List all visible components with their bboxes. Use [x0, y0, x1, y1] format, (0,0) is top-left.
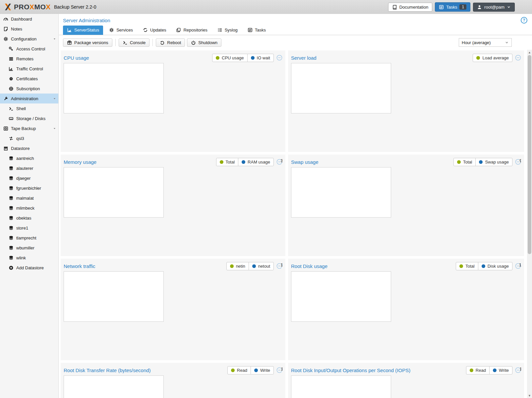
- tab-repositories[interactable]: Repositories: [172, 26, 211, 35]
- svg-text:12: 12: [520, 367, 521, 371]
- main-content: Server Administration ? ServerStatusServ…: [59, 14, 532, 398]
- collapse-arrow-icon[interactable]: [53, 37, 56, 40]
- sidebar-item-notes[interactable]: Notes: [0, 24, 58, 34]
- sidebar-item-aantreich[interactable]: aantreich: [0, 153, 58, 163]
- collapse-icon[interactable]: 05 G10 G15 G20 G25 G30 G35 G2022-05-1708…: [276, 159, 282, 165]
- tab-services[interactable]: Services: [105, 26, 137, 35]
- tab-tasks[interactable]: Tasks: [244, 26, 270, 35]
- sidebar-item-label: aantreich: [16, 156, 34, 161]
- charts-grid: CPU usage CPU usageIO wait 0246810121420…: [59, 49, 532, 398]
- sidebar-item-tlamprecht[interactable]: tlamprecht: [0, 233, 58, 243]
- app-header: PROXMOX Backup Server 2.2-0 Documentatio…: [0, 0, 532, 14]
- chart-panel: Root Disk Input/Output Operations per Se…: [288, 363, 524, 398]
- sidebar-item-tape-backup[interactable]: Tape Backup: [0, 123, 58, 133]
- package-versions-button[interactable]: Package versions: [63, 38, 112, 47]
- database-icon: [9, 176, 14, 181]
- sidebar-item-label: alauterer: [16, 166, 33, 171]
- scrollbar-thumb[interactable]: [528, 55, 531, 254]
- collapse-arrow-icon[interactable]: [53, 97, 56, 100]
- sidebar-item-storage-disks[interactable]: Storage / Disks: [0, 113, 58, 123]
- legend-item-write[interactable]: Write: [489, 366, 512, 374]
- scroll-up-icon[interactable]: ▲: [527, 50, 532, 55]
- legend-label: Read: [237, 368, 247, 373]
- sidebar-item-label: wlink: [16, 255, 26, 260]
- collapse-icon[interactable]: 01 G2 G3 G4 G5 G6 G7 G8 G9 G2022-05-1708…: [515, 159, 521, 165]
- sidebar-item-administration[interactable]: Administration: [0, 94, 58, 103]
- tab-syslog[interactable]: Syslog: [213, 26, 242, 35]
- sidebar-item-dashboard[interactable]: Dashboard: [0, 14, 58, 24]
- chart-legend: TotalSwap usage: [453, 158, 512, 166]
- sidebar-item-wbumiller[interactable]: wbumiller: [0, 243, 58, 253]
- sidebar-item-certificates[interactable]: Certificates: [0, 74, 58, 84]
- sidebar-item-obektas[interactable]: obektas: [0, 213, 58, 223]
- sidebar-item-access-control[interactable]: Access Control: [0, 44, 58, 54]
- sidebar-item-alauterer[interactable]: alauterer: [0, 163, 58, 173]
- shutdown-button[interactable]: Shutdown: [187, 38, 221, 47]
- user-icon: [477, 5, 482, 10]
- legend-item-swap-usage[interactable]: Swap usage: [475, 158, 512, 166]
- scroll-down-icon[interactable]: ▼: [527, 393, 532, 398]
- sidebar-item-malmalat[interactable]: malmalat: [0, 193, 58, 203]
- legend-item-read[interactable]: Read: [466, 366, 490, 374]
- user-menu-button[interactable]: root@pam: [473, 3, 515, 12]
- chart-area-icon: [67, 28, 72, 33]
- collapse-icon[interactable]: 00.10.20.30.40.50.60.70.80.912022-05-170…: [515, 55, 521, 61]
- chart-legend: CPU usageIO wait: [212, 54, 274, 62]
- legend-item-disk-usage[interactable]: Disk usage: [478, 262, 512, 270]
- legend-item-ram-usage[interactable]: RAM usage: [238, 158, 274, 166]
- legend-item-io-wait[interactable]: IO wait: [247, 54, 274, 62]
- legend-item-netin[interactable]: netin: [226, 262, 249, 270]
- collapse-icon[interactable]: 0200 k400 k600 k800 k1 M1.2 M2022-05-170…: [276, 263, 282, 269]
- sidebar-item-add-datastore[interactable]: Add Datastore: [0, 263, 58, 273]
- tasks-button[interactable]: Tasks 1: [435, 2, 470, 12]
- refresh-icon: [143, 28, 148, 33]
- vertical-scrollbar[interactable]: ▲ ▼: [527, 50, 532, 398]
- collapse-icon[interactable]: 024681012142022-05-1708:27:222022-05-170…: [276, 55, 282, 61]
- console-button[interactable]: Console: [119, 38, 150, 47]
- help-icon[interactable]: ?: [521, 17, 527, 24]
- reboot-button[interactable]: Reboot: [156, 38, 185, 47]
- exchange-icon: [9, 136, 14, 141]
- gauge-icon: [3, 17, 8, 22]
- sidebar-item-traffic-control[interactable]: Traffic Control: [0, 64, 58, 74]
- legend-label: CPU usage: [222, 55, 244, 60]
- sidebar-item-store1[interactable]: store1: [0, 223, 58, 233]
- legend-item-cpu-usage[interactable]: CPU usage: [212, 54, 247, 62]
- sidebar-item-datastore[interactable]: Datastore: [0, 143, 58, 153]
- sidebar-item-label: Certificates: [16, 76, 38, 81]
- collapse-arrow-icon[interactable]: [53, 127, 56, 130]
- tab-label: Repositories: [183, 28, 207, 33]
- sidebar-item-fgruenbichler[interactable]: fgruenbichler: [0, 183, 58, 193]
- collapse-icon[interactable]: 020 k40 k60 k80 k100 k120 k2022-05-1708:…: [276, 367, 282, 373]
- legend-dot: [251, 56, 255, 60]
- legend-label: Write: [499, 368, 509, 373]
- collapse-icon[interactable]: 010 G20 G30 G40 G50 G60 G70 G80 G90 G100…: [515, 263, 521, 269]
- database-icon: [9, 166, 14, 171]
- legend-item-load-average[interactable]: Load average: [473, 54, 512, 62]
- legend-item-total[interactable]: Total: [456, 262, 478, 270]
- collapse-icon[interactable]: 0246810122022-05-1708:27:222022-05-1708:…: [515, 367, 521, 373]
- sidebar-item-remotes[interactable]: Remotes: [0, 54, 58, 64]
- documentation-button[interactable]: Documentation: [388, 3, 432, 12]
- legend-item-netout[interactable]: netout: [249, 262, 274, 270]
- legend-label: netin: [236, 264, 245, 269]
- sidebar-item-shell[interactable]: Shell: [0, 103, 58, 113]
- sidebar-item-djaeger[interactable]: djaeger: [0, 173, 58, 183]
- legend-item-total[interactable]: Total: [453, 158, 476, 166]
- legend-item-total[interactable]: Total: [216, 158, 238, 166]
- sidebar-item-wlink[interactable]: wlink: [0, 253, 58, 263]
- tab-updates[interactable]: Updates: [139, 26, 170, 35]
- svg-text:9 G: 9 G: [520, 159, 521, 163]
- legend-item-read[interactable]: Read: [227, 366, 251, 374]
- legend-label: netout: [258, 264, 270, 269]
- timeframe-select[interactable]: Hour (average): [459, 38, 512, 47]
- tab-serverstatus[interactable]: ServerStatus: [63, 26, 103, 35]
- sidebar-item-mlimbeck[interactable]: mlimbeck: [0, 203, 58, 213]
- sidebar-item-configuration[interactable]: Configuration: [0, 34, 58, 44]
- shell-icon: [123, 40, 128, 45]
- sidebar-item-subscription[interactable]: Subscription: [0, 84, 58, 94]
- legend-item-write[interactable]: Write: [251, 366, 274, 374]
- chart-panel: Root Disk usage TotalDisk usage 010 G20 …: [288, 259, 524, 360]
- chart-title: Server load: [291, 55, 317, 61]
- sidebar-item-qsl3[interactable]: qsl3: [0, 133, 58, 143]
